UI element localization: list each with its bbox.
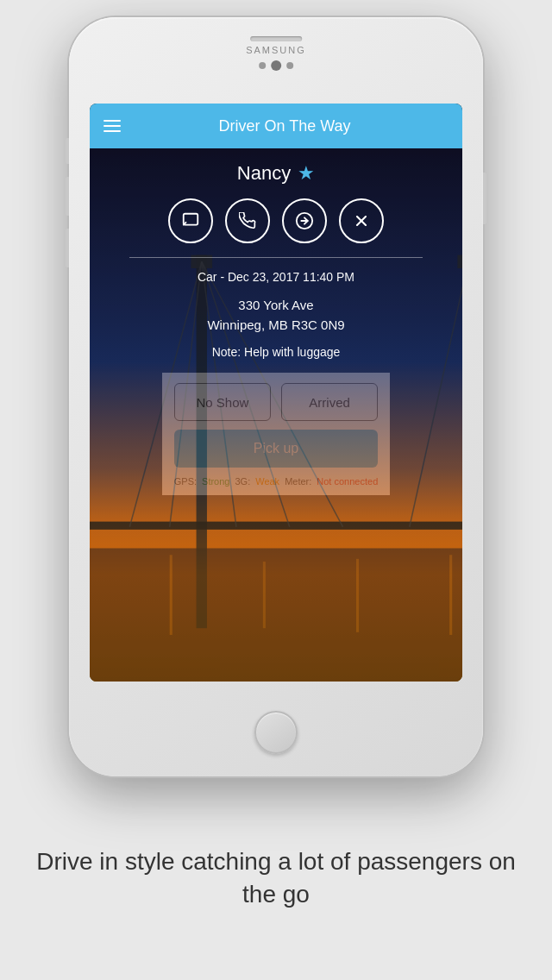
camera-button [66, 229, 69, 267]
footer-tagline: Drive in style catching a lot of passeng… [34, 845, 518, 911]
sensor-dot-2 [286, 62, 293, 69]
trip-note: Note: Help with luggage [212, 345, 341, 359]
svg-rect-1 [90, 549, 462, 682]
phone-icon [239, 212, 256, 229]
svg-rect-20 [449, 555, 452, 635]
trip-details: Car - Dec 23, 2017 11:40 PM [198, 270, 354, 284]
camera-area [259, 60, 293, 71]
svg-rect-17 [170, 555, 172, 635]
app-screen: Driver On The Way [90, 104, 462, 682]
passenger-name-row: Nancy ★ [237, 162, 315, 185]
screen: Driver On The Way [90, 104, 462, 682]
speaker [250, 36, 302, 41]
home-button[interactable] [254, 711, 298, 754]
power-button [483, 173, 486, 224]
chat-button[interactable] [168, 198, 213, 243]
footer-area: Drive in style catching a lot of passeng… [0, 776, 552, 980]
brand-label: SAMSUNG [246, 45, 306, 55]
app-header: Driver On The Way [90, 104, 462, 148]
svg-rect-19 [356, 559, 359, 632]
phone-device: SAMSUNG Driver On The Way [69, 17, 483, 776]
sensor-dot [259, 62, 266, 69]
svg-rect-6 [90, 522, 462, 530]
address-line1: 330 York Ave [207, 296, 344, 316]
favorite-star-icon: ★ [298, 162, 315, 185]
header-title: Driver On The Way [121, 117, 448, 135]
menu-button[interactable] [104, 120, 121, 132]
camera-lens [271, 60, 281, 71]
chat-icon [181, 211, 200, 230]
phone-top-bar: SAMSUNG [246, 36, 306, 71]
action-buttons-row [168, 198, 384, 243]
overlay-content: Nancy ★ [90, 148, 462, 373]
navigate-button[interactable] [282, 198, 327, 243]
map-area: Nancy ★ [90, 148, 462, 682]
address-block: 330 York Ave Winnipeg, MB R3C 0N9 [207, 296, 344, 335]
navigate-icon [295, 211, 314, 230]
volume-up-button [66, 138, 69, 164]
phone-body: SAMSUNG Driver On The Way [69, 17, 483, 776]
svg-rect-18 [263, 562, 266, 628]
phone-button[interactable] [225, 198, 270, 243]
cancel-button[interactable] [339, 198, 384, 243]
address-line2: Winnipeg, MB R3C 0N9 [207, 316, 344, 336]
divider [129, 257, 423, 258]
cancel-icon [353, 212, 370, 229]
volume-down-button [66, 177, 69, 216]
passenger-name: Nancy [237, 162, 291, 185]
